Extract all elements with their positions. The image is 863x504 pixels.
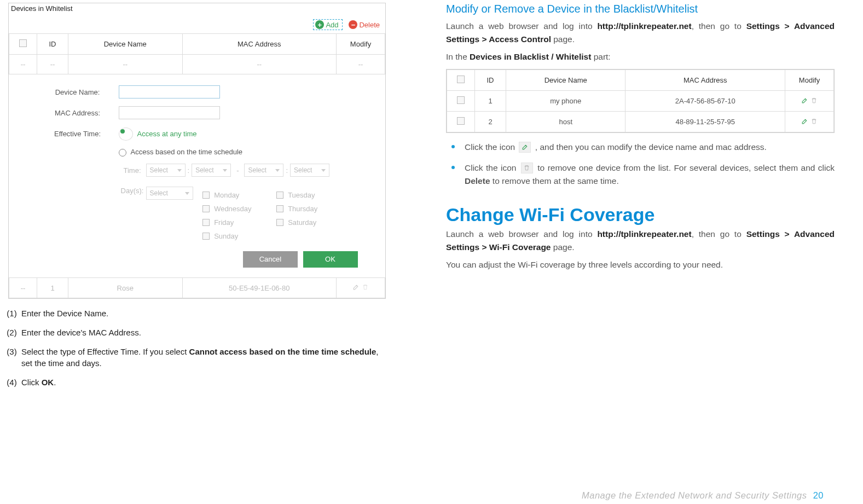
left-column: Devices in Whitelist + Add − Delete ID D… [8, 3, 386, 501]
edit-icon[interactable] [352, 283, 360, 291]
time-to-min[interactable]: Select [290, 164, 329, 177]
chk-monday[interactable] [202, 192, 210, 199]
time-from-hour[interactable]: Select [146, 164, 186, 177]
panel-title: Devices in Whitelist [9, 3, 385, 15]
device-name-input[interactable] [119, 85, 220, 99]
col-modify: Modify [337, 34, 385, 55]
edit-icon[interactable] [801, 118, 808, 125]
effective-time-label: Effective Time: [37, 130, 119, 138]
add-button-label: Add [326, 21, 338, 29]
step-4: Click OK. [21, 376, 386, 388]
col-mac: MAC Address [182, 34, 337, 55]
table-row: -- 1 Rose 50-E5-49-1E-06-80 [9, 278, 385, 298]
section-heading: Modify or Remove a Device in the Blackli… [446, 3, 835, 15]
table-row: 2 host 48-89-11-25-57-95 [447, 112, 834, 132]
radio-anytime[interactable] [119, 128, 133, 141]
table-row: 1 my phone 2A-47-56-85-67-10 [447, 91, 834, 112]
add-device-form: Device Name: MAC Address: Effective Time… [9, 74, 385, 277]
row-checkbox[interactable] [457, 96, 465, 104]
table-row: -- -- -- -- -- [9, 55, 385, 74]
paragraph: You can adjust the Wi-Fi coverage by thr… [446, 258, 835, 271]
section-heading: Change Wi-Fi Coverage [446, 204, 835, 225]
paragraph: In the Devices in Blacklist / Whitelist … [446, 50, 835, 63]
step-2: Enter the device's MAC Address. [21, 327, 386, 338]
row-checkbox[interactable] [457, 117, 465, 125]
days-select[interactable]: Select [146, 187, 193, 200]
col-modify: Modify [785, 70, 834, 91]
instruction-list: Enter the Device Name. Enter the device'… [8, 308, 386, 388]
mac-address-label: MAC Address: [37, 109, 119, 117]
plus-icon: + [315, 20, 324, 29]
radio-anytime-label: Access at any time [137, 130, 197, 138]
page-footer: Manage the Extended Network and Security… [582, 490, 824, 501]
radio-schedule-label: Access based on the time schedule [131, 148, 243, 156]
edit-icon [519, 142, 531, 153]
delete-button-label: Delete [359, 21, 380, 29]
col-name: Device Name [68, 34, 183, 55]
device-list-table: ID Device Name MAC Address Modify 1 my p… [447, 69, 834, 132]
device-name-label: Device Name: [37, 88, 119, 96]
col-id: ID [475, 70, 506, 91]
col-name: Device Name [506, 70, 625, 91]
trash-icon[interactable] [810, 97, 818, 104]
days-label: Day(s): [119, 187, 146, 246]
list-item: Click the icon , and then you can modify… [465, 141, 835, 154]
whitelist-table: ID Device Name MAC Address Modify -- -- … [9, 33, 385, 298]
trash-icon[interactable] [810, 118, 818, 125]
time-from-min[interactable]: Select [192, 164, 231, 177]
page-number: 20 [813, 490, 824, 500]
mac-address-input[interactable] [119, 106, 220, 119]
radio-schedule[interactable] [119, 149, 126, 157]
step-3: Select the type of Effective Time. If yo… [21, 346, 386, 369]
chk-wednesday[interactable] [202, 205, 210, 212]
edit-icon[interactable] [801, 97, 808, 104]
chk-friday[interactable] [202, 219, 210, 226]
whitelist-panel: Devices in Whitelist + Add − Delete ID D… [8, 3, 386, 299]
time-to-hour[interactable]: Select [244, 164, 283, 177]
chk-sunday[interactable] [202, 233, 210, 240]
time-label: Time: [119, 166, 146, 175]
cancel-button[interactable]: Cancel [243, 251, 298, 268]
minus-icon: − [349, 20, 357, 29]
list-item: Click the icon to remove one device from… [465, 161, 835, 188]
chk-thursday[interactable] [276, 205, 283, 212]
bullet-list: Click the icon , and then you can modify… [446, 141, 835, 188]
add-button[interactable]: + Add [313, 19, 342, 30]
right-column: Modify or Remove a Device in the Blackli… [446, 3, 835, 501]
delete-button[interactable]: − Delete [349, 20, 380, 29]
chk-tuesday[interactable] [276, 192, 283, 199]
col-id: ID [37, 34, 68, 55]
chk-saturday[interactable] [276, 219, 283, 226]
col-mac: MAC Address [625, 70, 785, 91]
ok-button[interactable]: OK [303, 251, 358, 268]
paragraph: Launch a web browser and log into http:/… [446, 20, 835, 46]
device-table-panel: ID Device Name MAC Address Modify 1 my p… [446, 69, 835, 133]
select-all-checkbox[interactable] [457, 76, 465, 83]
select-all-checkbox[interactable] [19, 39, 27, 47]
trash-icon [521, 163, 533, 173]
step-1: Enter the Device Name. [21, 308, 386, 319]
trash-icon[interactable] [362, 283, 369, 291]
paragraph: Launch a web browser and log into http:/… [446, 228, 835, 254]
